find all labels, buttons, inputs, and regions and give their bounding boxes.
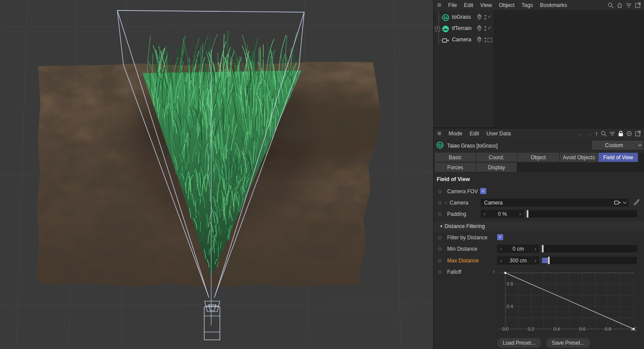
search-icon[interactable] <box>607 2 614 8</box>
padding-spinner[interactable]: ‹ 0 % › <box>481 210 524 218</box>
camera-link-value: Camera <box>481 200 614 206</box>
svg-text:0.8: 0.8 <box>605 326 611 332</box>
menu-edit[interactable]: Edit <box>464 2 474 8</box>
lock-icon[interactable] <box>618 131 624 137</box>
layer-icon[interactable] <box>477 14 482 20</box>
preset-dropdown[interactable]: Custom <box>592 141 643 150</box>
cinema4d-window: ≡ File Edit View Object Tags Bookmarks <box>0 0 644 349</box>
object-name[interactable]: toGrass <box>452 14 471 20</box>
panel-menu-icon[interactable]: ≡ <box>437 1 441 9</box>
spinner-right-icon[interactable]: › <box>519 211 521 217</box>
padding-value[interactable]: 0 % <box>498 211 507 217</box>
spinner-left-icon[interactable]: ‹ <box>500 258 502 264</box>
camera-icon <box>614 200 621 205</box>
panel-menu-icon[interactable]: ≡ <box>437 130 441 138</box>
spinner-left-icon[interactable]: ‹ <box>484 211 485 217</box>
menu-tags[interactable]: Tags <box>521 2 533 8</box>
search-icon[interactable] <box>601 131 607 137</box>
object-name[interactable]: Camera <box>452 37 471 43</box>
tab-basic[interactable]: Basic <box>435 153 476 162</box>
layer-icon[interactable] <box>477 26 482 32</box>
filter-by-distance-checkbox[interactable]: ✓ <box>497 234 503 240</box>
selected-object-header: Taiao Grass [toGrass] Custom <box>434 140 644 151</box>
collapse-triangle-icon: ▾ <box>440 224 442 228</box>
layer-icon[interactable] <box>477 37 482 43</box>
enabled-check-icon[interactable]: ✓ <box>488 25 491 31</box>
tab-display[interactable]: Display <box>476 163 517 172</box>
visibility-dots-icon[interactable] <box>485 37 486 43</box>
max-distance-spinner[interactable]: ‹ 300 cm › <box>497 256 539 265</box>
history-back-icon[interactable]: ← <box>578 131 584 137</box>
sub-expand-icon[interactable]: › <box>445 200 447 205</box>
camera-fov-checkbox[interactable]: ✓ <box>480 188 486 194</box>
load-preset-button[interactable]: Load Preset... <box>497 338 541 348</box>
filter-icon[interactable] <box>609 131 615 136</box>
menu-object[interactable]: Object <box>499 2 515 8</box>
parent-up-icon[interactable]: ↑ <box>595 131 598 137</box>
max-distance-value[interactable]: 300 cm <box>510 258 527 264</box>
keyframe-diamond-icon[interactable]: ◇ <box>438 258 442 263</box>
popout-icon[interactable] <box>635 2 641 8</box>
min-distance-spinner[interactable]: ‹ 0 cm › <box>497 245 539 253</box>
max-distance-slider[interactable] <box>541 257 637 264</box>
object-tree: toGrass ✓ + tfTerrain <box>434 10 495 127</box>
tab-strip: Basic Coord. Object Avoid Objects Field … <box>434 153 644 162</box>
padding-slider[interactable] <box>526 210 637 218</box>
min-distance-slider[interactable] <box>541 245 637 252</box>
spinner-right-icon[interactable]: › <box>534 258 536 264</box>
enabled-check-icon[interactable]: ✓ <box>488 14 491 20</box>
param-label: Falloff <box>447 269 461 275</box>
spinner-right-icon[interactable]: › <box>534 246 536 252</box>
home-icon[interactable] <box>617 2 623 8</box>
object-title: Taiao Grass [toGrass] <box>447 143 498 149</box>
object-tree-area[interactable]: toGrass ✓ + tfTerrain <box>434 10 644 127</box>
preset-buttons: Load Preset... Save Preset... <box>497 338 590 348</box>
grass-circle-icon <box>442 14 449 23</box>
eyedropper-icon[interactable] <box>634 199 640 207</box>
history-forward-icon[interactable]: → <box>586 131 592 137</box>
visibility-dots-icon[interactable] <box>485 15 486 20</box>
menu-mode[interactable]: Mode <box>448 131 462 137</box>
camera-link-field[interactable]: Camera <box>481 198 629 207</box>
falloff-curve-editor[interactable]: 0.80.40.00.20.40.60.81.0 <box>497 270 636 333</box>
tab-object[interactable]: Object <box>517 153 559 162</box>
preset-dropdown-value: Custom <box>592 142 636 148</box>
object-name[interactable]: tfTerrain <box>452 25 471 31</box>
filter-icon[interactable] <box>626 3 632 8</box>
visibility-dots-icon[interactable] <box>485 26 486 31</box>
tab-avoid-objects[interactable]: Avoid Objects <box>560 153 598 162</box>
menu-edit[interactable]: Edit <box>470 131 479 137</box>
viewport-3d[interactable] <box>0 0 433 349</box>
svg-text:0.4: 0.4 <box>507 304 513 309</box>
popout-icon[interactable] <box>635 131 641 137</box>
menu-bookmarks[interactable]: Bookmarks <box>540 2 567 8</box>
spinner-left-icon[interactable]: ‹ <box>500 246 502 252</box>
render-state-icon[interactable] <box>488 38 492 42</box>
keyframe-diamond-icon[interactable]: ◇ <box>438 188 442 194</box>
expand-icon[interactable]: + <box>435 27 440 31</box>
min-distance-value[interactable]: 0 cm <box>512 246 524 252</box>
object-row-tograss[interactable]: toGrass ✓ <box>434 12 495 23</box>
param-label: Camera <box>450 200 468 206</box>
distance-filtering-header[interactable]: ▾ Distance Filtering <box>434 221 644 231</box>
object-row-tfterrain[interactable]: + tfTerrain ✓ <box>434 23 495 34</box>
tab-forces[interactable]: Forces <box>435 163 476 172</box>
menu-file[interactable]: File <box>448 2 457 8</box>
menu-user-data[interactable]: User Data <box>486 131 511 137</box>
chevron-down-icon[interactable] <box>623 201 627 204</box>
slider-handle[interactable] <box>527 210 528 218</box>
menu-view[interactable]: View <box>480 2 492 8</box>
keyframe-diamond-icon[interactable]: ◇ <box>438 235 442 240</box>
keyframe-diamond-icon[interactable]: ◇ <box>438 200 442 205</box>
falloff-expand-icon[interactable]: › <box>493 268 495 275</box>
keyframe-diamond-icon[interactable]: ◇ <box>438 211 442 217</box>
keyframe-diamond-icon[interactable]: ◇ <box>438 246 442 252</box>
object-row-camera[interactable]: Camera <box>434 34 495 46</box>
tab-coord[interactable]: Coord. <box>476 153 517 162</box>
tab-field-of-view[interactable]: Field of View <box>598 153 638 162</box>
keyframe-diamond-icon[interactable]: ◇ <box>438 269 442 275</box>
save-preset-button[interactable]: Save Preset... <box>546 338 590 348</box>
slider-handle[interactable] <box>548 257 550 264</box>
slider-handle[interactable] <box>542 245 544 252</box>
target-icon[interactable] <box>626 131 632 137</box>
